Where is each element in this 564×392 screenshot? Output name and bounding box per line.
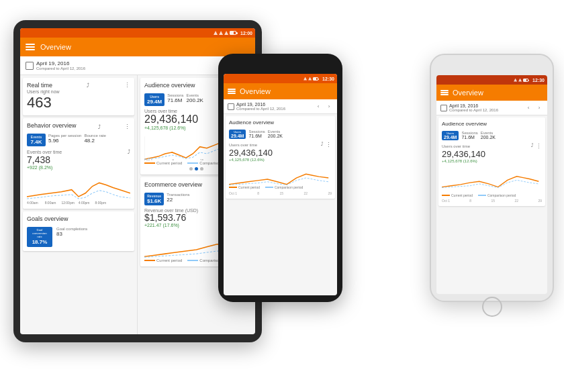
- goals-title: Goals overview: [27, 215, 68, 222]
- audience-sessions-metric: Sessions 71.6M: [167, 93, 183, 106]
- ecommerce-legend-current-label: Current period: [156, 258, 182, 262]
- calendar-icon: [26, 62, 34, 70]
- audience-title: Audience overview: [144, 82, 195, 89]
- phone-right-date-row[interactable]: April 19, 2016 Compared to April 12, 201…: [436, 101, 547, 115]
- phone-right-legend-comparison-label: Comparison period: [487, 193, 516, 197]
- audience-overtime-label: Users over time: [144, 109, 177, 113]
- dot-3: [200, 167, 203, 170]
- realtime-value: 463: [27, 94, 130, 111]
- share-icon[interactable]: ⤴: [87, 83, 89, 89]
- behavior-overtime-label: Events over time: [27, 150, 62, 154]
- behavior-events-label: Events: [30, 135, 43, 139]
- phone-center-more-icon[interactable]: ⋮: [326, 142, 332, 148]
- goals-comp-value: 83: [56, 231, 87, 237]
- phone-right-app-bar-title: Overview: [453, 89, 483, 97]
- phone-right-big-number: 29,436,140: [442, 150, 542, 159]
- phone-center-audience-card: Audience overview Users 29.4M Sessions 7…: [226, 116, 335, 199]
- phone-center-date-info: April 19, 2016 Compared to April 12, 201…: [236, 102, 312, 111]
- home-button[interactable]: [482, 297, 502, 317]
- legend-current: Current period: [144, 161, 182, 165]
- phone-right-legend-current-label: Current period: [451, 193, 473, 197]
- phone-center-date-row[interactable]: April 19, 2016 Compared to April 12, 201…: [224, 99, 337, 114]
- phone-center-app-bar: Overview: [224, 83, 337, 99]
- phone-right-more-icon[interactable]: ⋮: [536, 143, 542, 150]
- phone-right-prev-arrow[interactable]: ‹: [524, 104, 532, 112]
- behavior-share-icon[interactable]: ⤴: [98, 124, 101, 130]
- phone-center-audience-metrics: Users 29.4M Sessions 71.6M Events 200.2K: [229, 130, 332, 139]
- dot-1: [189, 167, 193, 170]
- phone-right-legend-dot-compare: [478, 195, 486, 196]
- realtime-header: Real time ⤴ ⋮: [27, 82, 130, 89]
- behavior-bounce-metric: Bounce rate 48.2: [84, 134, 105, 146]
- ecommerce-legend-dot: [144, 260, 155, 261]
- behavior-overtime-share[interactable]: ⤴: [128, 149, 130, 155]
- phone-right-legend-comparison: Comparison period: [478, 193, 516, 197]
- phone-center-users-badge: Users 29.4M: [229, 130, 246, 139]
- phone-center-audience-header: Audience overview: [229, 119, 332, 128]
- phone-center-status-time: 12:30: [322, 77, 334, 81]
- svg-text:8: 8: [172, 158, 174, 160]
- phone-right-sessions-metric: Sessions 71.6M: [461, 131, 477, 140]
- behavior-bounce-value: 48.2: [84, 138, 105, 144]
- more-icon[interactable]: ⋮: [124, 82, 130, 89]
- phone-right-audience-title: Audience overview: [442, 121, 487, 127]
- phone-right-audience-card: Audience overview Users 29.4M Sessions 7…: [438, 117, 545, 206]
- audience-events-value: 200.2K: [187, 97, 203, 103]
- goals-header: Goals overview: [27, 215, 130, 225]
- behavior-overtime-value: 7,438: [27, 155, 130, 165]
- tablet-date-text: April 19, 2016: [36, 60, 228, 66]
- phone-right-calendar-icon: [440, 105, 447, 111]
- phone-right-date-info: April 19, 2016 Compared to April 12, 201…: [449, 103, 522, 112]
- ecommerce-revenue-value: $1.6K: [147, 198, 161, 204]
- tablet-date-compare: Compared to April 12, 2016: [36, 66, 228, 70]
- phone-center-sessions-metric: Sessions 71.6M: [248, 130, 265, 139]
- phone-right-status-icons: 12:30: [514, 78, 545, 83]
- phone-center-prev-arrow[interactable]: ‹: [314, 103, 322, 111]
- phone-right-nav-arrows[interactable]: ‹ ›: [524, 104, 543, 112]
- phone-center-hamburger[interactable]: [228, 89, 236, 94]
- legend-dot-compare: [187, 162, 198, 164]
- phone-center-date-text: April 19, 2016: [236, 102, 312, 107]
- tablet-status-time: 12:00: [240, 31, 252, 36]
- phone-right-legend-current: Current period: [442, 193, 473, 197]
- ecommerce-title: Ecommerce overview: [144, 181, 202, 188]
- phone-right-hamburger[interactable]: [440, 90, 449, 95]
- behavior-metrics: Events 7.4K Pages per session 5.96 Bounc…: [27, 134, 130, 146]
- phone-center-nav-arrows[interactable]: ‹ ›: [314, 103, 333, 111]
- audience-events-metric: Events 200.2K: [187, 93, 203, 106]
- phone-right-share-icon[interactable]: ⤴: [531, 143, 534, 150]
- legend-dot-current: [144, 162, 155, 164]
- hamburger-icon[interactable]: [26, 44, 35, 50]
- phone-right-overtime-label: Users over time: [442, 144, 470, 148]
- behavior-pages-metric: Pages per session 5.96: [48, 134, 81, 146]
- phone-right-device: 12:30 Overview April 19, 2016 Compared t…: [430, 54, 554, 302]
- phone-right-date-compare: Compared to April 12, 2016: [449, 108, 522, 112]
- phone-center-status-icons: 12:30: [303, 77, 334, 81]
- goals-conv-value: 18.7%: [30, 239, 49, 245]
- phone-center-next-arrow[interactable]: ›: [325, 103, 333, 111]
- phone-right-app-bar: Overview: [436, 85, 547, 101]
- scene: 12:00 Overview April 19, 2016 Compared t…: [0, 0, 564, 392]
- phone-right-next-arrow[interactable]: ›: [535, 104, 543, 112]
- ecommerce-legend-dot-compare: [187, 260, 198, 261]
- tablet-status-bar: 12:00: [20, 28, 255, 38]
- phone-right-x-axis: Oct 18152229: [442, 199, 542, 203]
- phone-center-overtime-label: Users over time: [229, 143, 257, 147]
- phone-right-legend: Current period Comparison period: [442, 193, 542, 197]
- phone-center-chart-svg: [229, 164, 332, 186]
- phone-center-share-icon[interactable]: ⤴: [321, 142, 324, 148]
- tablet-left-col: Real time ⤴ ⋮ Users right now 463 Behavi…: [20, 75, 138, 334]
- phone-center-legend-dot-compare: [265, 187, 273, 188]
- phone-center-users-value: 29.4M: [231, 134, 244, 138]
- svg-text:Oct 1: Oct 1: [144, 158, 152, 160]
- realtime-subtitle: Users right now: [27, 89, 130, 94]
- behavior-more-icon[interactable]: ⋮: [124, 124, 130, 130]
- phone-right-status-bar: 12:30: [436, 75, 547, 85]
- realtime-card: Real time ⤴ ⋮ Users right now 463: [23, 78, 134, 115]
- phone-right-date-text: April 19, 2016: [449, 103, 522, 108]
- phone-center-x-axis: Oct 18152229: [229, 191, 332, 195]
- phone-right-users-value: 29.4M: [444, 135, 457, 140]
- tablet-date-info: April 19, 2016 Compared to April 12, 201…: [36, 60, 228, 70]
- behavior-chart-svg: [27, 173, 130, 200]
- legend-current-label: Current period: [156, 161, 182, 165]
